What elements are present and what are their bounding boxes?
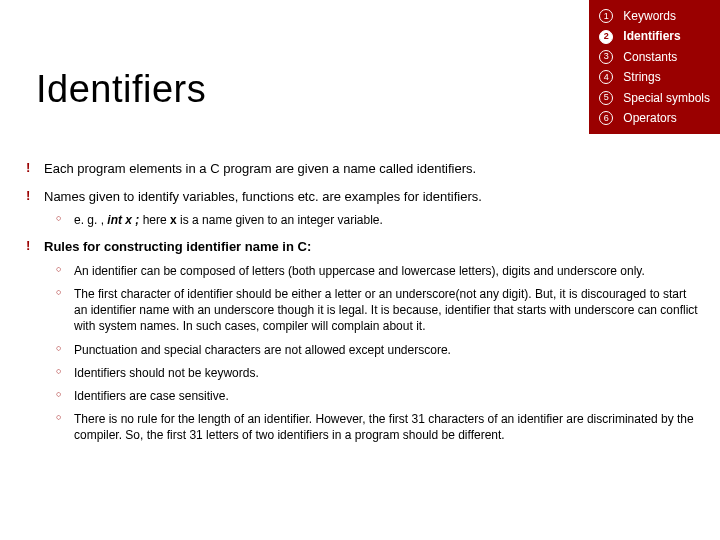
circled-number-icon: 4 — [599, 70, 613, 84]
legend-item: 5 Special symbols — [599, 88, 710, 108]
bullet-text: Rules for constructing identifier name i… — [44, 239, 311, 254]
circled-number-icon: 2 — [599, 30, 613, 44]
page-title: Identifiers — [36, 68, 206, 111]
example-mid: here — [139, 213, 170, 227]
circled-number-icon: 5 — [599, 91, 613, 105]
bullet-text: Punctuation and special characters are n… — [74, 343, 451, 357]
legend-label: Operators — [623, 108, 676, 128]
bullet-text: An identifier can be composed of letters… — [74, 264, 645, 278]
legend-label: Identifiers — [623, 26, 680, 46]
circled-number-icon: 3 — [599, 50, 613, 64]
bullet-level2: Identifiers are case sensitive. — [56, 388, 700, 404]
legend-item: 4 Strings — [599, 67, 710, 87]
bullet-level1: Names given to identify variables, funct… — [26, 188, 700, 229]
example-suffix: is a name given to an integer variable. — [177, 213, 383, 227]
legend-label: Keywords — [623, 6, 676, 26]
bullet-level1: Rules for constructing identifier name i… — [26, 238, 700, 443]
legend-label: Constants — [623, 47, 677, 67]
circled-number-icon: 6 — [599, 111, 613, 125]
circled-number-icon: 1 — [599, 9, 613, 23]
example-prefix: e. g. , — [74, 213, 107, 227]
bullet-text: Identifiers should not be keywords. — [74, 366, 259, 380]
legend-item: 6 Operators — [599, 108, 710, 128]
bullet-text: Each program elements in a C program are… — [44, 161, 476, 176]
bullet-level2: The first character of identifier should… — [56, 286, 700, 335]
bullet-level2: There is no rule for the length of an id… — [56, 411, 700, 443]
bullet-level2: e. g. , int x ; here x is a name given t… — [56, 212, 700, 228]
code-snippet: int x ; — [107, 213, 139, 227]
bullet-level2: Identifiers should not be keywords. — [56, 365, 700, 381]
bullet-text: The first character of identifier should… — [74, 287, 698, 333]
bullet-text: There is no rule for the length of an id… — [74, 412, 694, 442]
bullet-level1: Each program elements in a C program are… — [26, 160, 700, 178]
bullet-text: Identifiers are case sensitive. — [74, 389, 229, 403]
bullet-level2: Punctuation and special characters are n… — [56, 342, 700, 358]
legend-item: 2 Identifiers — [599, 26, 710, 46]
legend-label: Special symbols — [623, 88, 710, 108]
content-area: Each program elements in a C program are… — [26, 160, 700, 454]
legend-label: Strings — [623, 67, 660, 87]
legend-item: 1 Keywords — [599, 6, 710, 26]
bullet-level2: An identifier can be composed of letters… — [56, 263, 700, 279]
bullet-text: Names given to identify variables, funct… — [44, 189, 482, 204]
legend-box: 1 Keywords 2 Identifiers 3 Constants 4 S… — [589, 0, 720, 134]
code-var: x — [170, 213, 177, 227]
legend-item: 3 Constants — [599, 47, 710, 67]
